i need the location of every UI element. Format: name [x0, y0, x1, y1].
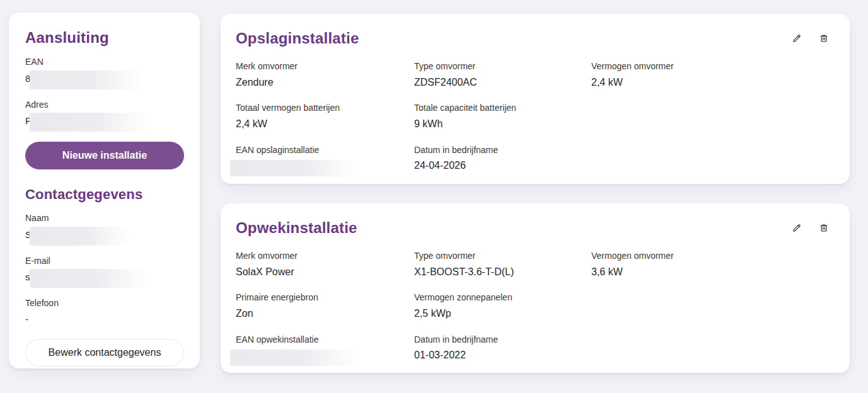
- generation-card-header: Opwekinstallatie: [236, 219, 835, 237]
- vermogen-omvormer-field: Vermogen omvormer 3,6 kW: [591, 251, 835, 278]
- datum-in-bedrijfname-value: 01-03-2022: [414, 349, 591, 362]
- totale-capaciteit-batterijen-field: Totale capaciteit batterijen 9 kWh: [414, 103, 591, 130]
- primaire-energiebron-value: Zon: [236, 307, 414, 321]
- edit-contact-button[interactable]: Bewerk contactgegevens: [25, 339, 184, 367]
- generation-row-3: EAN opwekinstallatie Datum in bedrijfnam…: [236, 334, 835, 367]
- generation-row-1: Merk omvormer SolaX Power Type omvormer …: [236, 251, 835, 278]
- merk-omvormer-field: Merk omvormer Zendure: [236, 61, 414, 89]
- redaction-blur: [30, 269, 147, 288]
- merk-omvormer-label: Merk omvormer: [236, 61, 414, 72]
- vermogen-zonnepanelen-field: Vermogen zonnepanelen 2,5 kWp: [414, 292, 591, 320]
- telefoon-field: Telefoon -: [25, 298, 183, 325]
- primaire-energiebron-field: Primaire energiebron Zon: [236, 292, 414, 320]
- vermogen-zonnepanelen-label: Vermogen zonnepanelen: [414, 292, 591, 304]
- ean-label: EAN: [25, 57, 183, 68]
- type-omvormer-label: Type omvormer: [414, 61, 591, 72]
- redaction-blur: [30, 113, 148, 132]
- storage-card-actions: [791, 33, 835, 44]
- connection-title: Aansluiting: [25, 29, 183, 47]
- vermogen-omvormer-value: 2,4 kW: [591, 76, 835, 89]
- redaction-blur: [30, 227, 130, 246]
- telefoon-label: Telefoon: [25, 298, 183, 309]
- type-omvormer-field: Type omvormer ZDSF2400AC: [414, 61, 591, 89]
- ean-value-redacted: 8: [25, 71, 183, 89]
- totale-capaciteit-batterijen-label: Totale capaciteit batterijen: [414, 103, 591, 114]
- new-installation-button[interactable]: Nieuwe installatie: [25, 142, 184, 169]
- email-field: E-mail s: [25, 256, 183, 288]
- vermogen-omvormer-label: Vermogen omvormer: [591, 61, 835, 72]
- redaction-blur: [230, 350, 359, 366]
- primaire-energiebron-label: Primaire energiebron: [236, 292, 414, 304]
- edit-generation-button[interactable]: [791, 222, 802, 234]
- merk-omvormer-field: Merk omvormer SolaX Power: [236, 251, 414, 278]
- storage-row-3: EAN opslaginstallatie Datum in bedrijfna…: [236, 145, 835, 177]
- ean-opslaginstallatie-field: EAN opslaginstallatie: [236, 145, 414, 177]
- generation-card-actions: [791, 222, 835, 234]
- email-value-redacted: s: [25, 269, 183, 288]
- totaal-vermogen-batterijen-label: Totaal vermogen batterijen: [236, 103, 414, 114]
- empty-cell: [591, 334, 835, 367]
- delete-generation-button[interactable]: [818, 222, 830, 234]
- naam-field: Naam S: [25, 213, 183, 246]
- ean-opwekinstallatie-field: EAN opwekinstallatie: [236, 334, 414, 367]
- storage-card-title: Opslaginstallatie: [236, 30, 359, 47]
- totaal-vermogen-batterijen-value: 2,4 kW: [236, 118, 414, 131]
- pencil-icon: [792, 33, 802, 43]
- installations-page: Aansluiting EAN 8 Adres P Nieuwe install…: [0, 0, 868, 393]
- edit-storage-button[interactable]: [791, 33, 802, 44]
- merk-omvormer-label: Merk omvormer: [236, 251, 414, 262]
- datum-in-bedrijfname-label: Datum in bedrijfname: [414, 334, 591, 346]
- adres-label: Adres: [25, 100, 183, 111]
- type-omvormer-field: Type omvormer X1-BOOST-3.6-T-D(L): [414, 251, 591, 278]
- storage-card-header: Opslaginstallatie: [236, 30, 835, 47]
- totale-capaciteit-batterijen-value: 9 kWh: [414, 118, 591, 131]
- merk-omvormer-value: SolaX Power: [236, 266, 414, 279]
- redaction-blur: [30, 71, 142, 89]
- delete-storage-button[interactable]: [818, 33, 830, 44]
- trash-icon: [819, 33, 829, 43]
- email-label: E-mail: [25, 256, 183, 267]
- type-omvormer-value: ZDSF2400AC: [414, 76, 591, 89]
- storage-row-2: Totaal vermogen batterijen 2,4 kW Totale…: [236, 103, 835, 130]
- empty-cell: [591, 103, 835, 130]
- generation-card-title: Opwekinstallatie: [236, 219, 357, 237]
- vermogen-omvormer-field: Vermogen omvormer 2,4 kW: [591, 61, 835, 89]
- vermogen-omvormer-label: Vermogen omvormer: [591, 251, 835, 262]
- naam-label: Naam: [25, 213, 183, 224]
- vermogen-zonnepanelen-value: 2,5 kWp: [414, 307, 591, 321]
- type-omvormer-value: X1-BOOST-3.6-T-D(L): [414, 266, 591, 279]
- generation-installation-card: Opwekinstallatie: [221, 203, 850, 373]
- storage-installation-card: Opslaginstallatie: [221, 14, 850, 184]
- telefoon-value: -: [25, 313, 183, 326]
- ean-field: EAN 8: [25, 57, 183, 89]
- ean-opslaginstallatie-label: EAN opslaginstallatie: [236, 145, 414, 156]
- adres-value-redacted: P: [25, 113, 183, 132]
- naam-value-redacted: S: [25, 227, 183, 246]
- ean-opwekinstallatie-label: EAN opwekinstallatie: [236, 334, 414, 346]
- datum-in-bedrijfname-label: Datum in bedrijfname: [414, 145, 591, 156]
- ean-opwekinstallatie-redacted: [236, 350, 414, 366]
- empty-cell: [591, 292, 835, 320]
- datum-in-bedrijfname-field: Datum in bedrijfname 01-03-2022: [414, 334, 591, 367]
- totaal-vermogen-batterijen-field: Totaal vermogen batterijen 2,4 kW: [236, 103, 414, 130]
- vermogen-omvormer-value: 3,6 kW: [591, 266, 835, 279]
- ean-opslaginstallatie-redacted: [236, 160, 414, 176]
- generation-row-2: Primaire energiebron Zon Vermogen zonnep…: [236, 292, 835, 320]
- merk-omvormer-value: Zendure: [236, 76, 414, 89]
- datum-in-bedrijfname-value: 24-04-2026: [414, 159, 591, 173]
- storage-row-1: Merk omvormer Zendure Type omvormer ZDSF…: [236, 61, 835, 89]
- pencil-icon: [792, 223, 802, 233]
- adres-field: Adres P: [25, 100, 183, 132]
- type-omvormer-label: Type omvormer: [414, 251, 591, 262]
- datum-in-bedrijfname-field: Datum in bedrijfname 24-04-2026: [414, 145, 591, 177]
- contact-title: Contactgegevens: [25, 186, 183, 203]
- empty-cell: [591, 145, 835, 177]
- trash-icon: [819, 223, 829, 233]
- connection-panel: Aansluiting EAN 8 Adres P Nieuwe install…: [9, 13, 200, 368]
- redaction-blur: [230, 160, 359, 176]
